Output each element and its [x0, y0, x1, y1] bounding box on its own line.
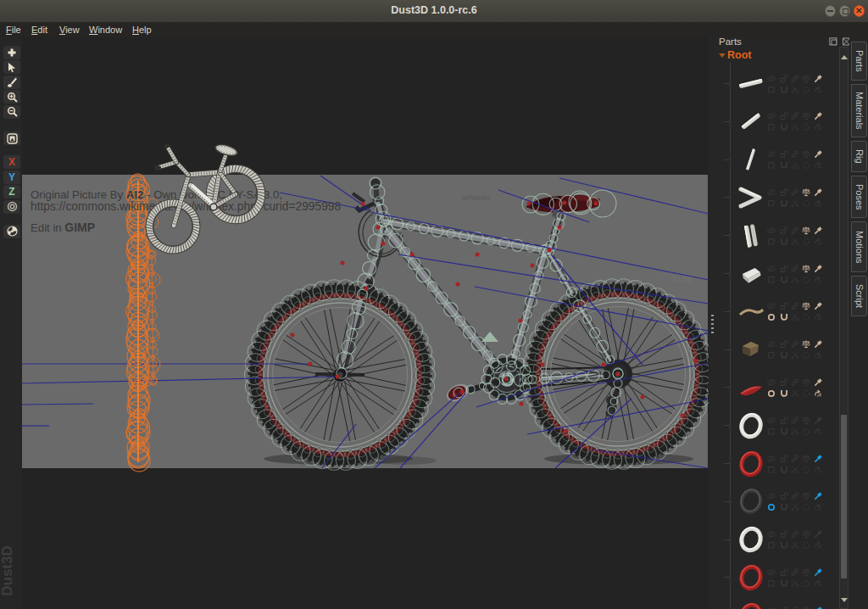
svg-text:Original Picture By Al2 - Own: Original Picture By Al2 - Own work, CC B…	[31, 188, 282, 201]
svg-text:Wheeler: Wheeler	[462, 193, 491, 202]
svg-text:Edit in GIMP: Edit in GIMP	[31, 221, 95, 234]
